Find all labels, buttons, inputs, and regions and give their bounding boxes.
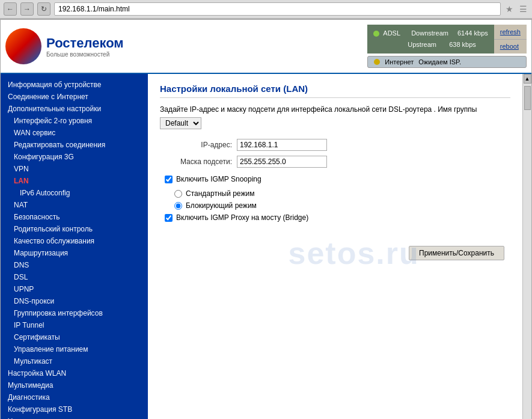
adsl-indicator <box>373 31 379 37</box>
mask-row: Маска подсети: <box>160 156 510 168</box>
sidebar-item-iptunnel[interactable]: IP Tunnel <box>1 319 148 331</box>
sidebar-item-edit-connections[interactable]: Редактировать соединения <box>1 139 148 151</box>
apply-button[interactable]: Применить/Сохранить <box>409 246 504 260</box>
sidebar-item-advanced[interactable]: Дополнительные настройки <box>1 103 148 115</box>
logo-icon <box>5 28 41 64</box>
sidebar-item-ipv6[interactable]: IPv6 Autoconfig <box>1 187 148 199</box>
mask-input[interactable] <box>237 156 327 168</box>
description-row: Задайте IP-адрес и маску подсети для инт… <box>160 105 510 129</box>
sidebar-item-lan[interactable]: LAN <box>1 175 148 187</box>
apply-area: Применить/Сохранить <box>160 246 510 260</box>
standard-mode-radio[interactable] <box>174 190 182 198</box>
blocking-mode-row: Блокирующий режим <box>174 201 510 210</box>
menu-icon[interactable]: ☰ <box>518 3 528 15</box>
sidebar-item-routing[interactable]: Маршрутизация <box>1 247 148 259</box>
back-button[interactable]: ← <box>4 2 17 16</box>
logo-area: Ростелеком Больше возможностей <box>5 28 124 64</box>
sidebar-item-nat[interactable]: NAT <box>1 199 148 211</box>
internet-status: Ожидаем ISP. <box>418 58 461 66</box>
igmp-snooping-row: Включить IGMP Snooping <box>165 175 510 183</box>
sidebar-item-vpn[interactable]: VPN <box>1 163 148 175</box>
page-wrapper: Ростелеком Больше возможностей ADSL Down… <box>0 19 532 419</box>
standard-mode-label: Стандартный режим <box>186 189 254 198</box>
igmp-proxy-label: Включить IGMP Proxy на мосту (Bridge) <box>176 213 308 222</box>
sidebar-item-dsl[interactable]: DSL <box>1 271 148 283</box>
sidebar-item-stb[interactable]: Конфигурация STB <box>1 403 148 415</box>
sidebar-item-qos[interactable]: Качество обслуживания <box>1 235 148 247</box>
upstream-label: Upstream <box>408 39 436 50</box>
ip-row: IP-адрес: <box>160 139 510 151</box>
bookmark-icon[interactable]: ★ <box>504 3 515 15</box>
action-buttons: refresh reboot <box>494 25 527 53</box>
brand-name: Ростелеком <box>46 35 124 51</box>
sidebar-item-parental[interactable]: Родительский контроль <box>1 223 148 235</box>
blocking-mode-radio[interactable] <box>174 202 182 210</box>
sidebar-item-multicast[interactable]: Мультикаст <box>1 355 148 367</box>
main-layout: Информация об устройстве Соединение с Ин… <box>1 74 531 419</box>
sidebar-item-upnp[interactable]: UPNP <box>1 283 148 295</box>
brand-tagline: Больше возможностей <box>46 51 124 58</box>
sidebar-item-multimedia[interactable]: Мультимедиа <box>1 379 148 391</box>
content-scroll-wrapper: setos.ru Настройки локальной сети (LAN) … <box>148 74 531 419</box>
mask-label: Маска подсети: <box>160 158 232 166</box>
sidebar-item-wlan[interactable]: Настройка WLAN <box>1 367 148 379</box>
address-bar[interactable] <box>54 2 501 16</box>
refresh-button[interactable]: refresh <box>494 25 527 39</box>
sidebar-item-3g[interactable]: Конфигурация 3G <box>1 151 148 163</box>
sidebar-item-certs[interactable]: Сертификаты <box>1 331 148 343</box>
downstream-label: Downstream <box>411 28 448 39</box>
sidebar-item-wan[interactable]: WAN сервис <box>1 127 148 139</box>
reload-button[interactable]: ↻ <box>37 2 50 16</box>
internet-status-bar: Интернет Ожидаем ISP. <box>367 56 527 68</box>
content-area: setos.ru Настройки локальной сети (LAN) … <box>148 74 522 419</box>
sidebar-item-info[interactable]: Информация об устройстве <box>1 79 148 91</box>
scrollbar[interactable]: ▲ ▼ <box>522 74 531 419</box>
sidebar-item-security[interactable]: Безопасность <box>1 211 148 223</box>
ip-input[interactable] <box>237 139 327 151</box>
igmp-snooping-label: Включить IGMP Snooping <box>176 175 261 183</box>
browser-chrome: ← → ↻ ★ ☰ <box>0 0 532 19</box>
igmp-proxy-row: Включить IGMP Proxy на мосту (Bridge) <box>165 213 510 222</box>
sidebar-item-dns[interactable]: DNS <box>1 259 148 271</box>
ip-label: IP-адрес: <box>160 141 232 149</box>
description-text: Задайте IP-адрес и маску подсети для инт… <box>160 105 477 114</box>
sidebar-item-internet[interactable]: Соединение с Интернет <box>1 91 148 103</box>
internet-label: Интернет <box>385 58 414 66</box>
ip-fields-section: IP-адрес: Маска подсети: <box>160 139 510 168</box>
sidebar-item-power[interactable]: Управление питанием <box>1 343 148 355</box>
header: Ростелеком Больше возможностей ADSL Down… <box>1 20 531 74</box>
downstream-value: 6144 kbps <box>457 28 488 39</box>
upstream-row: Upstream 638 kbps <box>373 39 488 50</box>
sidebar-item-layer2[interactable]: Интерфейс 2-го уровня <box>1 115 148 127</box>
forward-button[interactable]: → <box>20 2 34 16</box>
sidebar-item-diagnostics[interactable]: Диагностика <box>1 391 148 403</box>
sidebar: Информация об устройстве Соединение с Ин… <box>1 74 148 419</box>
internet-indicator <box>374 59 380 65</box>
adsl-status-box: ADSL Downstream 6144 kbps Upstream 638 k… <box>367 25 494 53</box>
sidebar-item-management[interactable]: Управление <box>1 415 148 419</box>
header-status-row: ADSL Downstream 6144 kbps Upstream 638 k… <box>367 25 527 53</box>
header-right: ADSL Downstream 6144 kbps Upstream 638 k… <box>367 25 527 67</box>
sidebar-item-grouping[interactable]: Группировка интерфейсов <box>1 307 148 319</box>
sidebar-item-dns-proxy[interactable]: DNS-прокси <box>1 295 148 307</box>
logo-text: Ростелеком Больше возможностей <box>46 35 124 58</box>
browser-toolbar: ← → ↻ ★ ☰ <box>0 0 532 19</box>
blocking-mode-label: Блокирующий режим <box>186 201 257 210</box>
downstream-row: ADSL Downstream 6144 kbps <box>373 28 488 39</box>
page-title: Настройки локальной сети (LAN) <box>160 84 510 98</box>
adsl-label: ADSL <box>383 28 400 39</box>
igmp-snooping-checkbox[interactable] <box>165 176 173 183</box>
standard-mode-row: Стандартный режим <box>174 189 510 198</box>
group-name-select[interactable]: Default <box>160 117 201 129</box>
reboot-button[interactable]: reboot <box>494 40 527 54</box>
igmp-proxy-checkbox[interactable] <box>165 214 173 222</box>
upstream-value: 638 kbps <box>449 39 476 50</box>
